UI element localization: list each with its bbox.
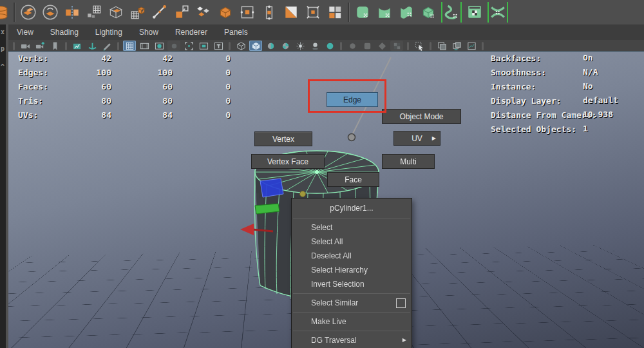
safe-title-icon[interactable] [212,41,225,51]
shelf-poly-cylinder-icon[interactable] [0,3,10,21]
screen-space-ao-icon[interactable] [323,41,336,51]
menu-item-deselect-all[interactable]: Deselect All [292,249,412,263]
hud-row: Faces:60600 [18,79,231,93]
pane-layout-icon[interactable] [435,41,448,51]
resolution-gate-icon[interactable] [153,41,166,51]
viewport-toolbar [8,40,644,52]
shelf-grab-brush-icon[interactable] [397,3,415,21]
select-similar-option-box[interactable] [396,298,406,308]
menu-separator [293,331,410,331]
shelf-poly-modeling [0,0,644,25]
maya-window: { "shelf": { "icon_names": ["poly-cylind… [0,0,644,348]
menu-separator [293,218,410,218]
shelf-cube-face-icon[interactable] [107,3,125,21]
hud-row: Edges:1001000 [18,65,231,79]
image-plane-icon[interactable] [71,41,84,51]
shelf-multi-cut-icon[interactable] [151,3,169,21]
shelf-append-polygon-icon[interactable] [129,3,147,21]
shelf-quad-draw-icon[interactable] [282,3,300,21]
marking-menu-multi[interactable]: Multi [382,154,435,169]
pencil-context-icon[interactable] [100,41,113,51]
submenu-arrow-icon: ▶ [402,333,406,347]
multisample-icon[interactable] [361,41,374,51]
shelf-smooth-brush-icon[interactable] [375,3,393,21]
menu-item-make-live[interactable]: Make Live [292,314,412,329]
toolbar-divider [229,42,231,50]
shelf-sculpt-cube-icon[interactable] [419,3,437,21]
shelf-separate-icon[interactable] [41,3,59,21]
shelf-mirror-geometry-icon[interactable] [63,3,81,21]
use-default-material-icon[interactable] [264,41,277,51]
shelf-insert-edge-loop-icon[interactable] [260,3,278,21]
bookmark-icon[interactable] [48,41,61,51]
shelf-wave-brush-icon[interactable] [441,2,462,23]
shelf-fill-hole-icon[interactable] [85,3,103,21]
menu-lighting[interactable]: Lighting [87,28,131,37]
strip-glyph: ^ [1,63,5,70]
shelf-stamp-brush-icon[interactable] [466,3,484,21]
shelf-smooth-icon[interactable] [194,3,213,21]
isolate-select-icon[interactable] [390,41,403,51]
depth-of-field-icon[interactable] [375,41,388,51]
shelf-booleans-icon[interactable] [326,3,344,21]
perspective-viewport[interactable]: Verts:42420 Edges:1001000 Faces:60600 Tr… [8,52,644,348]
hud-row: Backfaces:On [491,52,644,65]
menu-item-select-all[interactable]: Select All [292,235,412,249]
camera-attributes-icon[interactable] [33,41,46,51]
menu-item-select[interactable]: Select [292,220,412,235]
marking-menu-vertex-face[interactable]: Vertex Face [251,154,325,169]
menu-panels[interactable]: Panels [216,28,256,37]
grid-toggle-icon[interactable] [123,41,136,51]
film-gate-icon[interactable] [138,41,151,51]
field-chart-icon[interactable] [182,41,195,51]
safe-action-icon[interactable] [197,41,210,51]
shelf-sculpt-brush-icon[interactable] [354,3,372,21]
object-selection-icon[interactable] [413,41,426,51]
toolbar-divider [117,42,119,50]
textured-icon[interactable] [279,41,292,51]
marking-menu-face[interactable]: Face [327,172,379,187]
lights-icon[interactable] [294,41,307,51]
uv-pin-dot [300,191,306,197]
menu-shading[interactable]: Shading [42,28,87,37]
menu-show[interactable]: Show [131,28,167,37]
gate-mask-icon[interactable] [167,41,180,51]
motion-blur-icon[interactable] [346,41,359,51]
menu-view[interactable]: View [8,28,42,37]
shelf-subdiv-cube-icon[interactable] [216,3,234,21]
shelf-target-weld-icon[interactable] [304,3,322,21]
submenu-arrow-icon: ▶ [432,135,436,141]
smooth-shade-icon[interactable] [249,41,262,51]
menu-item-dg-traversal[interactable]: DG Traversal▶ [292,333,412,347]
shelf-center-pivot-icon[interactable] [238,3,256,21]
toolbar-divider [407,42,409,50]
single-pane-icon[interactable] [465,41,478,51]
selected-face [260,179,283,197]
wireframe-icon[interactable] [234,41,247,51]
context-menu: pCylinder1... Select Select All Deselect… [291,198,412,348]
marking-menu-uv[interactable]: UV▶ [393,131,440,146]
panel-menu-bar: View Shading Lighting Show Renderer Pane… [8,24,644,41]
toolbar-divider [340,42,342,50]
hud-row: Selected Objects:1 [491,122,644,136]
camera-icon[interactable] [19,41,32,51]
hud-row: Smoothness:N/A [491,65,644,79]
menu-renderer[interactable]: Renderer [167,28,216,37]
pane-editor-icon[interactable] [450,41,463,51]
hud-poly-count: Verts:42420 Edges:1001000 Faces:60600 Tr… [18,52,231,122]
shelf-pinch-brush-icon[interactable] [488,2,508,23]
toolbar-divider [13,42,15,50]
shadows-icon[interactable] [308,41,321,51]
menu-item-select-similar[interactable]: Select Similar [292,296,412,310]
hud-row: Tris:80800 [18,93,231,108]
marking-menu-vertex[interactable]: Vertex [254,131,312,146]
menu-item-invert-selection[interactable]: Invert Selection [292,277,412,291]
edge-highlight-annotation [308,79,386,113]
toolbar-divider [430,42,431,50]
toolbar-divider [482,42,484,50]
marking-menu-object-mode[interactable]: Object Mode [382,109,461,124]
shelf-combine-icon[interactable] [19,3,37,21]
menu-item-select-hierarchy[interactable]: Select Hierarchy [292,263,412,277]
axis-icon[interactable] [86,41,99,51]
shelf-extrude-icon[interactable] [173,3,191,21]
